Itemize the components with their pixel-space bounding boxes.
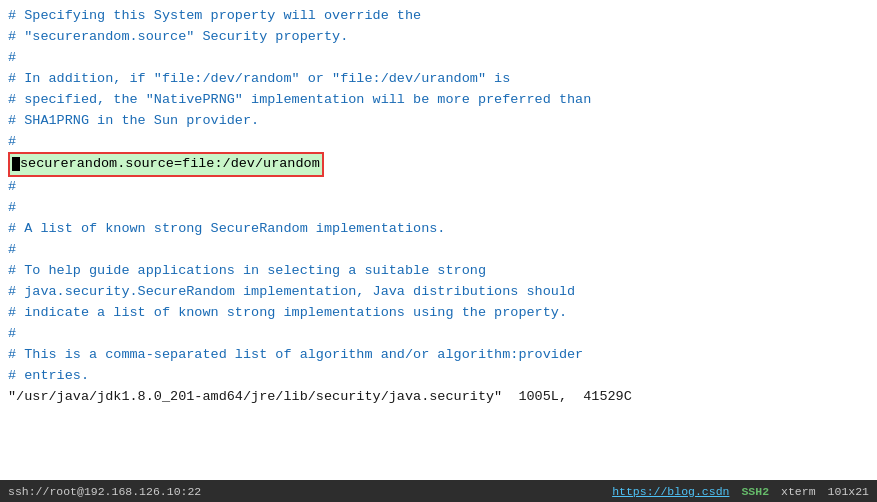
code-line: # To help guide applications in selectin… <box>8 261 869 282</box>
code-line: # <box>8 324 869 345</box>
editor-area[interactable]: # Specifying this System property will o… <box>0 0 877 480</box>
code-line: # <box>8 198 869 219</box>
code-line: # SHA1PRNG in the Sun provider. <box>8 111 869 132</box>
status-right: https://blog.csdn SSH2 xterm 101x21 <box>612 485 869 498</box>
code-line: # java.security.SecureRandom implementat… <box>8 282 869 303</box>
code-line: # <box>8 177 869 198</box>
code-line: securerandom.source=file:/dev/urandom <box>8 152 869 177</box>
status-left: ssh://root@192.168.126.10:22 <box>8 485 201 498</box>
footer-line: "/usr/java/jdk1.8.0_201-amd64/jre/lib/se… <box>8 387 869 408</box>
code-line: # <box>8 48 869 69</box>
code-line: # <box>8 132 869 153</box>
code-line: # indicate a list of known strong implem… <box>8 303 869 324</box>
status-bar: ssh://root@192.168.126.10:22 https://blo… <box>0 480 877 502</box>
code-line: # A list of known strong SecureRandom im… <box>8 219 869 240</box>
ssh-connection: ssh://root@192.168.126.10:22 <box>8 485 201 498</box>
code-line: # "securerandom.source" Security propert… <box>8 27 869 48</box>
url-display: https://blog.csdn <box>612 485 729 498</box>
code-line: # Specifying this System property will o… <box>8 6 869 27</box>
xterm-indicator: xterm <box>781 485 816 498</box>
code-line: # specified, the "NativePRNG" implementa… <box>8 90 869 111</box>
ssh2-indicator: SSH2 <box>741 485 769 498</box>
terminal-size: 101x21 <box>828 485 869 498</box>
code-line: # entries. <box>8 366 869 387</box>
code-line: # In addition, if "file:/dev/random" or … <box>8 69 869 90</box>
code-line: # This is a comma-separated list of algo… <box>8 345 869 366</box>
code-line: # <box>8 240 869 261</box>
